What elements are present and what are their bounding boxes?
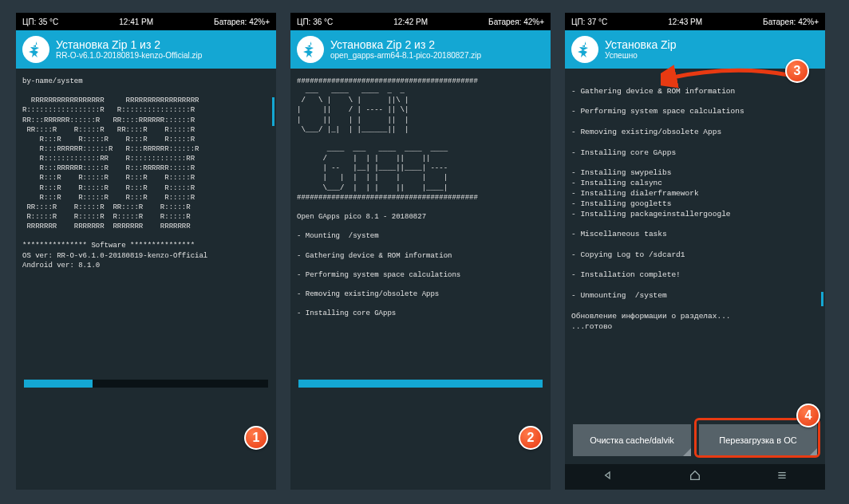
phone-screen-3: ЦП: 37 °C 12:43 PM Батарея: 42%+ Установ… [565, 13, 825, 490]
twrp-logo-icon [297, 36, 324, 63]
status-battery: Батарея: 42%+ [488, 18, 544, 26]
progress-bar [290, 380, 551, 394]
terminal-output: by-name/system RRRRRRRRRRRRRRRRR RRRRRRR… [16, 69, 276, 380]
terminal-output: - Gathering device & ROM information - P… [565, 69, 825, 368]
status-cpu: ЦП: 36 °C [297, 18, 333, 26]
status-time: 12:41 PM [119, 18, 153, 26]
annotation-badge-1: 1 [244, 426, 268, 450]
header-subtitle: Успешно [605, 51, 677, 61]
header-title: Установка Zip [605, 38, 677, 52]
header-subtitle: RR-O-v6.1.0-20180819-kenzo-Official.zip [56, 51, 202, 61]
nav-home-icon[interactable] [689, 469, 701, 485]
status-battery: Батарея: 42%+ [763, 18, 819, 26]
status-bar: ЦП: 35 °C 12:41 PM Батарея: 42%+ [16, 13, 276, 30]
annotation-badge-4: 4 [796, 404, 820, 427]
twrp-header: Установка Zip 1 из 2 RR-O-v6.1.0-2018081… [16, 30, 276, 69]
phone-screen-2: ЦП: 36 °C 12:42 PM Батарея: 42%+ Установ… [290, 13, 551, 490]
phone-screen-1: ЦП: 35 °C 12:41 PM Батарея: 42%+ Установ… [16, 13, 276, 490]
twrp-logo-icon [571, 36, 598, 63]
status-cpu: ЦП: 37 °C [571, 18, 607, 26]
status-time: 12:42 PM [393, 18, 428, 26]
terminal-output: ########################################… [290, 69, 551, 380]
annotation-badge-3: 3 [785, 59, 809, 83]
status-battery: Батарея: 42%+ [214, 18, 270, 26]
nav-back-icon[interactable] [602, 469, 614, 485]
header-title: Установка Zip 1 из 2 [56, 38, 202, 52]
status-bar: ЦП: 36 °C 12:42 PM Батарея: 42%+ [290, 13, 551, 30]
progress-bar [16, 380, 276, 394]
annotation-arrow-3 [661, 61, 796, 93]
reboot-system-button[interactable]: Перезагрузка в ОС [699, 424, 817, 456]
nav-menu-icon[interactable] [776, 469, 788, 485]
status-cpu: ЦП: 35 °C [22, 18, 58, 26]
status-time: 12:43 PM [668, 18, 702, 26]
android-nav-bar [565, 464, 825, 490]
header-title: Установка Zip 2 из 2 [330, 38, 481, 52]
twrp-logo-icon [22, 36, 49, 63]
wipe-cache-button[interactable]: Очистка cache/dalvik [573, 424, 691, 456]
status-bar: ЦП: 37 °C 12:43 PM Батарея: 42%+ [565, 13, 825, 30]
header-subtitle: open_gapps-arm64-8.1-pico-20180827.zip [330, 51, 481, 61]
twrp-header: Установка Zip 2 из 2 open_gapps-arm64-8.… [290, 30, 551, 69]
annotation-badge-2: 2 [519, 426, 543, 450]
